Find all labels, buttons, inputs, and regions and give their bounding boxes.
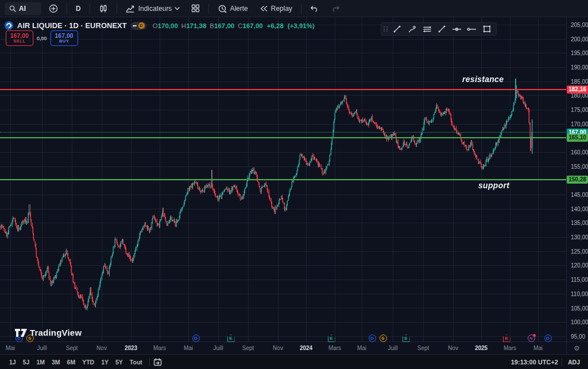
ohlc-item: C167,00 — [238, 22, 263, 29]
sell-button[interactable]: 167,00 SELL — [6, 30, 33, 46]
time-tick-label[interactable]: Mars — [153, 345, 166, 351]
layout-templates-button[interactable] — [187, 2, 204, 15]
price-tick-label: 105,00 — [571, 305, 588, 312]
toolbar-divider — [208, 3, 209, 14]
time-tick-label[interactable]: 2025 — [475, 345, 488, 351]
time-tick-label[interactable]: Nov — [96, 345, 107, 351]
indicators-label: Indicateurs — [138, 5, 172, 13]
date-range-buttons: 1J5J1M3M6MYTD1Y5YTout — [6, 357, 146, 367]
time-tick-label[interactable]: Mars — [328, 345, 341, 351]
replay-icon — [260, 5, 268, 12]
time-tick-label[interactable]: 2023 — [125, 345, 137, 351]
time-tick-label[interactable]: Mai — [184, 345, 193, 351]
drag-handle-icon[interactable] — [384, 26, 388, 32]
price-tick-label: 115,00 — [571, 277, 588, 283]
time-axis[interactable]: MaiJuillSeptNov2023MarsMaiJuillSeptNov20… — [0, 342, 566, 354]
price-tick-label: 195,00 — [571, 50, 588, 56]
time-tick-label[interactable]: Mai — [6, 345, 15, 351]
ohlc-item: H171,38 — [181, 22, 207, 29]
price-tick-label: 100,00 — [571, 319, 588, 325]
candlestick-icon — [99, 4, 108, 13]
time-tick-label[interactable]: Mai — [357, 345, 366, 351]
clock[interactable]: 19:13:00 UTC+2 — [511, 359, 558, 366]
redo-button[interactable] — [327, 2, 344, 15]
price-tick-label: 145,00 — [571, 192, 588, 198]
time-tick-label[interactable]: Sept — [66, 345, 78, 351]
price-tick-label: 95,00 — [571, 333, 585, 340]
resistance-line[interactable] — [0, 89, 566, 90]
time-tick-label[interactable]: Mars — [504, 345, 516, 351]
time-tick-label[interactable]: Juill — [37, 345, 47, 351]
dividend-marker-icon[interactable]: D — [544, 335, 552, 342]
price-axis[interactable]: ⚙ 95,00100,00105,00110,00115,00120,00125… — [567, 17, 588, 354]
ohlc-value: 167,00 — [214, 22, 234, 29]
change-percent: (+3,91%) — [288, 22, 315, 29]
price-tick-label: 175,00 — [571, 107, 588, 113]
time-tick-label[interactable]: 2024 — [300, 345, 312, 351]
alert-button[interactable]: Alerte — [214, 2, 252, 15]
ohlc-key: C — [238, 22, 242, 29]
symbol-title[interactable]: AIR LIQUIDE · 1D · EURONEXT — [17, 21, 127, 30]
time-tick-label[interactable]: Nov — [448, 345, 458, 351]
replay-label: Replay — [271, 5, 292, 13]
range-button-6m[interactable]: 6M — [64, 357, 79, 367]
price-tick-label: 135,00 — [571, 220, 588, 226]
time-tick-label[interactable]: Nov — [273, 345, 283, 351]
range-button-1y[interactable]: 1Y — [98, 357, 112, 367]
tradingview-logo[interactable]: TradingView — [15, 328, 82, 337]
delayed-data-badge[interactable]: D — [131, 22, 146, 30]
support-annotation[interactable]: support — [478, 181, 509, 190]
dividend-marker-icon[interactable]: D — [192, 335, 200, 342]
interval-button[interactable]: D — [72, 2, 85, 15]
brush-tool[interactable] — [405, 24, 419, 34]
price-tick-label: 160,00 — [571, 149, 588, 156]
parallel-lines-tool[interactable] — [420, 24, 434, 34]
ohlc-value: 167,00 — [243, 22, 263, 29]
adj-toggle[interactable]: ADJ — [566, 358, 582, 367]
ohlc-key: H — [181, 22, 186, 29]
go-to-date-icon[interactable] — [153, 358, 162, 366]
symbol-search[interactable]: AI — [5, 2, 41, 15]
time-tick-label[interactable]: Sept — [242, 345, 254, 351]
support-line-2[interactable] — [0, 179, 566, 180]
replay-button[interactable]: Replay — [256, 2, 296, 15]
range-button-1m[interactable]: 1M — [33, 357, 48, 367]
last-price-line[interactable] — [0, 132, 566, 133]
horizontal-line-tool[interactable] — [450, 24, 464, 34]
add-symbol-button[interactable] — [45, 2, 62, 15]
range-button-5y[interactable]: 5Y — [112, 357, 126, 367]
support-line-1[interactable] — [0, 137, 566, 138]
gear-icon[interactable]: ⚙ — [574, 344, 580, 352]
chart-type-button[interactable] — [95, 2, 112, 15]
resistance-annotation[interactable]: resistance — [462, 75, 504, 84]
plus-circle-icon — [49, 4, 58, 13]
price-label[interactable]: 182,16 — [567, 86, 588, 94]
range-button-tout[interactable]: Tout — [126, 357, 146, 367]
toolbar-divider — [67, 3, 67, 14]
time-tick-label[interactable]: Juill — [388, 345, 397, 351]
price-tick-label: 130,00 — [571, 234, 588, 240]
time-tick-label[interactable]: Sept — [417, 345, 430, 351]
range-button-1j[interactable]: 1J — [6, 357, 20, 367]
trend-line-tool[interactable] — [390, 24, 404, 34]
spread-value: 0,00 — [37, 36, 47, 41]
time-tick-label[interactable]: Mai — [533, 345, 543, 351]
horizontal-ray-tool[interactable] — [465, 24, 479, 34]
split-marker-icon[interactable]: S — [380, 335, 387, 342]
range-button-3m[interactable]: 3M — [48, 357, 64, 367]
price-label[interactable]: 165,10 — [567, 134, 588, 142]
flash-marker-icon[interactable]: ϟ — [528, 335, 535, 342]
price-label[interactable]: 150,28 — [567, 176, 588, 184]
indicators-button[interactable]: Indicateurs — [122, 2, 184, 15]
price-tick-label: 205,00 — [571, 22, 588, 28]
time-tick-label[interactable]: Juill — [213, 345, 223, 351]
ray-tool[interactable] — [435, 24, 449, 34]
price-tick-label: 125,00 — [571, 248, 588, 255]
notification-dot-icon — [533, 334, 536, 337]
rectangle-tool[interactable] — [480, 24, 494, 34]
buy-button[interactable]: 167,00 BUY — [51, 30, 78, 46]
range-button-ytd[interactable]: YTD — [79, 357, 98, 367]
range-button-5j[interactable]: 5J — [20, 357, 33, 367]
undo-button[interactable] — [306, 2, 323, 15]
dividend-marker-icon[interactable]: D — [369, 335, 376, 342]
